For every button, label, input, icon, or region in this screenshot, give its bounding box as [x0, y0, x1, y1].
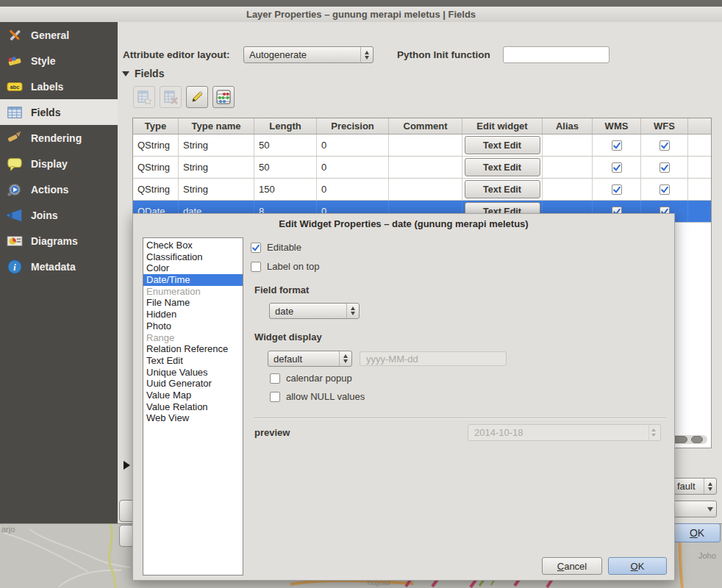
table-row[interactable]: QString String 50 0 Text Edit — [133, 157, 711, 179]
widget-type-option[interactable]: Color — [143, 262, 243, 274]
widget-type-option[interactable]: Classification — [143, 251, 243, 263]
ok-button[interactable]: OK — [608, 557, 667, 575]
spinner-arrows-icon — [346, 304, 359, 318]
combo-value: default — [268, 354, 339, 365]
wms-checkbox[interactable] — [612, 140, 622, 151]
edit-widget-button[interactable]: Text Edit — [465, 158, 540, 176]
wms-checkbox[interactable] — [612, 184, 622, 195]
widget-type-option[interactable]: Web View — [143, 412, 243, 424]
python-init-input[interactable] — [503, 46, 610, 63]
sidebar-item-style[interactable]: Style — [0, 48, 118, 74]
widget-type-option[interactable]: File Name — [143, 297, 243, 309]
format-string-input[interactable]: yyyy-MM-dd — [360, 351, 507, 366]
wfs-checkbox[interactable] — [660, 140, 670, 151]
sidebar-item-labels[interactable]: abc Labels — [0, 74, 118, 99]
format-string-value: yyyy-MM-dd — [366, 354, 418, 365]
widget-display-combo[interactable]: default — [268, 351, 352, 367]
sidebar-item-label: Fields — [31, 107, 60, 118]
field-format-label: Field format — [254, 284, 309, 295]
widget-type-option[interactable]: Photo — [143, 320, 243, 332]
widget-type-option-disabled: Enumeration — [143, 286, 243, 298]
widget-type-option[interactable]: Check Box — [143, 240, 243, 251]
svg-text:abc: abc — [10, 84, 20, 90]
new-column-button[interactable] — [133, 86, 155, 108]
fields-section-toggle[interactable]: Fields — [122, 68, 164, 79]
check-icon — [612, 162, 621, 173]
sidebar-item-actions[interactable]: Actions — [0, 176, 118, 202]
widget-type-option[interactable]: Text Edit — [143, 355, 243, 367]
column-header-length[interactable]: Length — [254, 118, 317, 134]
editable-checkbox[interactable] — [251, 243, 261, 253]
scrollbar-nub[interactable] — [691, 436, 703, 443]
table-row[interactable]: QString String 150 0 Text Edit — [133, 179, 711, 201]
cell-precision: 0 — [317, 135, 389, 156]
sidebar-item-metadata[interactable]: i Metadata — [0, 254, 118, 279]
collapsed-section-arrow-icon[interactable] — [124, 461, 130, 470]
calendar-popup-checkbox-row[interactable]: calendar popup — [270, 373, 352, 384]
column-header-wfs[interactable]: WFS — [641, 118, 688, 134]
sidebar-item-display[interactable]: Display — [0, 151, 118, 176]
editable-checkbox-row[interactable]: Editable — [251, 242, 301, 253]
edit-widget-properties-dialog: Edit Widget Properties – date (gunung me… — [132, 213, 675, 581]
column-header-wms[interactable]: WMS — [593, 118, 641, 134]
sidebar-item-rendering[interactable]: Rendering — [0, 125, 118, 151]
cell-type-name: String — [179, 157, 254, 178]
widget-type-list[interactable]: Check Box Classification Color Date/Time… — [143, 237, 243, 576]
background-ok-button[interactable]: OK — [673, 523, 721, 542]
wfs-checkbox[interactable] — [660, 162, 670, 173]
allow-null-checkbox[interactable] — [270, 392, 280, 402]
delete-column-button[interactable] — [160, 86, 182, 108]
cell-alias — [543, 157, 593, 178]
info-icon: i — [6, 258, 24, 276]
sidebar-item-label: Joins — [31, 209, 58, 221]
checkbox-label: allow NULL values — [286, 391, 365, 402]
column-header-edit-widget[interactable]: Edit widget — [462, 118, 543, 134]
cell-type: QString — [133, 157, 179, 178]
join-icon — [6, 207, 24, 224]
cell-filler — [688, 179, 711, 200]
attribute-editor-layout-combo[interactable]: Autogenerate — [243, 46, 373, 63]
window-titlebar[interactable]: Layer Properties – gunung merapi meletus… — [0, 7, 722, 23]
sidebar-item-fields[interactable]: Fields — [0, 99, 118, 125]
check-icon — [251, 243, 260, 253]
dialog-title: Edit Widget Properties – date (gunung me… — [133, 218, 674, 229]
edit-widget-button[interactable]: Text Edit — [465, 136, 540, 154]
edit-widget-button[interactable]: Text Edit — [465, 180, 540, 198]
widget-type-option[interactable]: Uuid Generator — [143, 378, 243, 390]
field-calculator-button[interactable] — [212, 86, 235, 108]
abacus-icon — [215, 89, 232, 105]
wfs-checkbox[interactable] — [660, 184, 670, 195]
sidebar-item-label: Rendering — [31, 132, 82, 144]
preview-value: 2014-10-18 — [474, 427, 523, 438]
sidebar-item-general[interactable]: General — [0, 22, 118, 48]
sidebar-item-diagrams[interactable]: Diagrams — [0, 228, 118, 254]
table-row[interactable]: QString String 50 0 Text Edit — [133, 135, 711, 157]
widget-type-option[interactable]: Relation Reference — [143, 343, 243, 355]
spinner-arrows-icon — [339, 351, 351, 366]
button-label: Cancel — [557, 561, 587, 572]
check-icon — [612, 140, 621, 151]
allow-null-checkbox-row[interactable]: allow NULL values — [270, 391, 365, 402]
toggle-editing-button[interactable] — [186, 86, 208, 108]
label-on-top-checkbox[interactable] — [251, 262, 261, 272]
widget-type-option[interactable]: Value Relation — [143, 401, 243, 413]
calendar-popup-checkbox[interactable] — [270, 373, 280, 384]
cancel-button[interactable]: Cancel — [542, 557, 602, 575]
widget-type-option[interactable]: Value Map — [143, 390, 243, 401]
wms-checkbox[interactable] — [612, 162, 622, 173]
field-format-combo[interactable]: date — [269, 303, 360, 319]
cell-comment — [389, 135, 462, 156]
sidebar-item-joins[interactable]: Joins — [0, 202, 118, 228]
widget-type-option-selected[interactable]: Date/Time — [143, 274, 243, 286]
column-header-comment[interactable]: Comment — [389, 118, 462, 134]
widget-type-option[interactable]: Unique Values — [143, 367, 243, 379]
widget-type-option[interactable]: Hidden — [143, 309, 243, 320]
spinner-arrows-icon — [648, 425, 658, 440]
column-header-precision[interactable]: Precision — [317, 118, 389, 134]
column-header-alias[interactable]: Alias — [543, 118, 593, 134]
column-header-type[interactable]: Type — [133, 118, 179, 134]
cell-type-name: String — [179, 135, 254, 156]
cell-type-name: String — [179, 179, 254, 200]
label-on-top-checkbox-row[interactable]: Label on top — [251, 261, 320, 272]
column-header-type-name[interactable]: Type name — [179, 118, 254, 134]
